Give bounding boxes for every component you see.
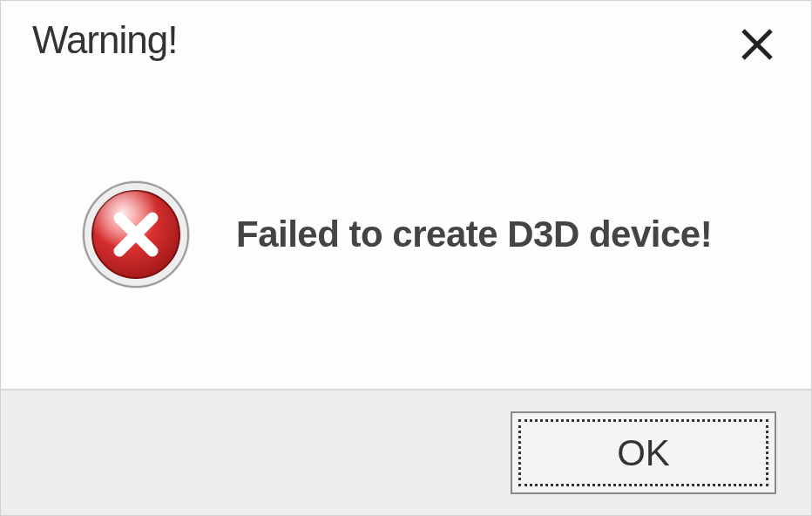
dialog-content: Failed to create D3D device! [1, 79, 811, 389]
dialog-footer: OK [1, 389, 811, 515]
titlebar: Warning! [1, 1, 811, 79]
error-icon [79, 178, 193, 291]
error-message: Failed to create D3D device! [236, 214, 712, 255]
dialog-title: Warning! [32, 18, 177, 62]
warning-dialog: Warning! [0, 0, 812, 516]
ok-button-label: OK [617, 432, 670, 474]
close-icon [738, 25, 776, 64]
close-button[interactable] [727, 18, 787, 78]
ok-button[interactable]: OK [511, 411, 776, 494]
